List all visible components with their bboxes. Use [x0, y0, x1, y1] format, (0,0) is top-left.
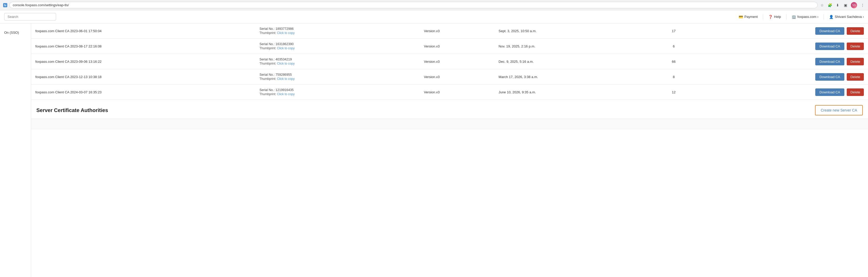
ca-actions-0: Download CA Delete: [704, 23, 868, 39]
divider-3: [824, 14, 824, 20]
server-ca-title: Server Certificate Authorities: [36, 107, 108, 113]
ca-serial-0: Serial No.: 1893772986 Thumbprint: Click…: [255, 23, 420, 39]
help-icon: ❓: [768, 15, 773, 19]
server-ca-empty-cell-2: [241, 119, 450, 129]
divider-1: [763, 14, 763, 20]
payment-icon: 💳: [739, 15, 743, 19]
ca-version-0: Version.v3: [420, 23, 495, 39]
ca-actions-3: Download CA Delete: [704, 69, 868, 84]
search-input[interactable]: [4, 13, 56, 21]
header-right: 💳 Payment ❓ Help 🏢 foxpass.com › 👤 Shiva…: [739, 14, 864, 20]
ca-name-4: foxpass.com Client CA 2024-03-07 16:35:2…: [31, 84, 255, 100]
delete-ca-button-3[interactable]: Delete: [847, 73, 864, 81]
browser-bar: fp console.foxpass.com/settings/eap-tls/…: [0, 0, 868, 10]
download-ca-button-0[interactable]: Download CA: [815, 27, 844, 35]
table-row: foxpass.com Client CA 2023-08-17 22:16:0…: [31, 39, 868, 54]
ca-devices-2: 66: [644, 54, 704, 69]
ca-version-4: Version.v3: [420, 84, 495, 100]
ca-name-3: foxpass.com Client CA 2023-12-13 10:38:1…: [31, 69, 255, 84]
ca-expiry-4: June 10, 2026, 9:35 a.m.: [495, 84, 644, 100]
download-ca-button-3[interactable]: Download CA: [815, 73, 844, 81]
main-content: foxpass.com Client CA 2023-06-01 17:50:0…: [31, 23, 868, 277]
thumbprint-copy-1[interactable]: Click to copy: [277, 46, 294, 50]
ca-actions-1: Download CA Delete: [704, 39, 868, 54]
ca-expiry-2: Dec. 9, 2025, 5:16 a.m.: [495, 54, 644, 69]
thumbprint-copy-3[interactable]: Click to copy: [277, 77, 294, 81]
user-nav[interactable]: 👤 Shivani Sachdeva ›: [829, 15, 864, 19]
payment-nav[interactable]: 💳 Payment: [739, 15, 757, 19]
server-ca-empty-cell: [31, 119, 241, 129]
ca-expiry-3: March 17, 2026, 3:38 a.m.: [495, 69, 644, 84]
sidebar: On (SSO): [0, 23, 31, 277]
main-layout: On (SSO) foxpass.com Client CA 2023-06-0…: [0, 23, 868, 277]
ca-version-1: Version.v3: [420, 39, 495, 54]
delete-ca-button-2[interactable]: Delete: [847, 58, 864, 65]
divider-2: [786, 14, 786, 20]
menu-icon[interactable]: ⋮: [860, 3, 865, 7]
table-row: foxpass.com Client CA 2024-03-07 16:35:2…: [31, 84, 868, 100]
server-ca-empty-cell-3: [450, 119, 659, 129]
ca-devices-0: 17: [644, 23, 704, 39]
thumbprint-copy-4[interactable]: Click to copy: [277, 92, 294, 96]
ca-expiry-1: Nov. 19, 2025, 2:16 p.m.: [495, 39, 644, 54]
ca-serial-3: Serial No.: 759286955 Thumbprint: Click …: [255, 69, 420, 84]
thumbprint-copy-2[interactable]: Click to copy: [277, 62, 294, 65]
table-row: foxpass.com Client CA 2023-12-13 10:38:1…: [31, 69, 868, 84]
org-label: foxpass.com ›: [797, 15, 818, 19]
ca-name-1: foxpass.com Client CA 2023-08-17 22:16:0…: [31, 39, 255, 54]
table-row: foxpass.com Client CA 2023-06-01 17:50:0…: [31, 23, 868, 39]
help-label: Help: [774, 15, 781, 19]
browser-favicon: fp: [3, 3, 7, 7]
ca-name-2: foxpass.com Client CA 2023-09-06 13:16:2…: [31, 54, 255, 69]
server-ca-table: [31, 118, 868, 129]
create-server-ca-button[interactable]: Create new Server CA: [815, 105, 863, 115]
delete-ca-button-1[interactable]: Delete: [847, 42, 864, 50]
download-icon[interactable]: ⬇: [835, 3, 840, 7]
extensions-icon[interactable]: 🧩: [828, 3, 832, 7]
ca-name-0: foxpass.com Client CA 2023-06-01 17:50:0…: [31, 23, 255, 39]
ca-expiry-0: Sept. 3, 2025, 10:50 a.m.: [495, 23, 644, 39]
user-icon: 👤: [829, 15, 833, 19]
browser-icons: ☆ 🧩 ⬇ ▣ SS ⋮: [820, 2, 865, 8]
thumbprint-copy-0[interactable]: Click to copy: [277, 31, 294, 35]
bookmark-icon[interactable]: ☆: [820, 3, 825, 7]
server-ca-table-row-empty: [31, 119, 868, 129]
download-ca-button-1[interactable]: Download CA: [815, 42, 844, 50]
table-row: foxpass.com Client CA 2023-09-06 13:16:2…: [31, 54, 868, 69]
delete-ca-button-4[interactable]: Delete: [847, 89, 864, 96]
ca-devices-3: 8: [644, 69, 704, 84]
payment-label: Payment: [744, 15, 757, 19]
org-nav[interactable]: 🏢 foxpass.com ›: [792, 15, 818, 19]
split-screen-icon[interactable]: ▣: [843, 3, 848, 7]
help-nav[interactable]: ❓ Help: [768, 15, 781, 19]
download-ca-button-4[interactable]: Download CA: [815, 89, 844, 96]
delete-ca-button-0[interactable]: Delete: [847, 27, 864, 35]
server-ca-section-header: Server Certificate Authorities Create ne…: [31, 100, 868, 118]
org-icon: 🏢: [792, 15, 796, 19]
ca-version-2: Version.v3: [420, 54, 495, 69]
ca-actions-2: Download CA Delete: [704, 54, 868, 69]
server-ca-empty-cell-4: [659, 119, 868, 129]
ca-devices-4: 12: [644, 84, 704, 100]
ca-serial-1: Serial No.: 1631862390 Thumbprint: Click…: [255, 39, 420, 54]
browser-url-bar[interactable]: console.foxpass.com/settings/eap-tls/: [9, 2, 817, 8]
ca-serial-4: Serial No.: 1219916435 Thumbprint: Click…: [255, 84, 420, 100]
app-header: 💳 Payment ❓ Help 🏢 foxpass.com › 👤 Shiva…: [0, 10, 868, 23]
ca-serial-2: Serial No.: 403534219 Thumbprint: Click …: [255, 54, 420, 69]
ca-actions-4: Download CA Delete: [704, 84, 868, 100]
ca-version-3: Version.v3: [420, 69, 495, 84]
client-ca-table: foxpass.com Client CA 2023-06-01 17:50:0…: [31, 23, 868, 100]
profile-avatar[interactable]: SS: [851, 2, 857, 8]
sidebar-item-sso[interactable]: On (SSO): [0, 29, 31, 37]
ca-devices-1: 6: [644, 39, 704, 54]
download-ca-button-2[interactable]: Download CA: [815, 58, 844, 65]
user-label: Shivani Sachdeva ›: [835, 15, 864, 19]
